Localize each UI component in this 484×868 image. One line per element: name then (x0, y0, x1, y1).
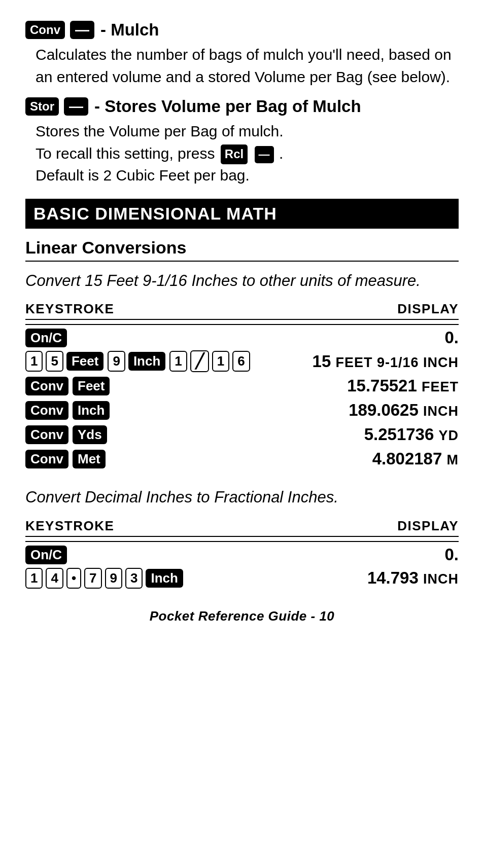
key-6: 6 (232, 351, 250, 372)
ks-right: 0. (444, 545, 459, 564)
key-4: 4 (46, 568, 63, 589)
basic-dimensional-math-banner: Basic Dimensional Math (25, 199, 459, 229)
linear-header-right: Display (397, 301, 459, 317)
fractional-header-left: Keystroke (25, 518, 114, 534)
stor-body2: To recall this setting, press (36, 145, 219, 162)
stor-mulch-heading: Stor — - Stores Volume per Bag of Mulch (25, 97, 459, 116)
linear-ks-header: Keystroke Display (25, 301, 459, 320)
minus-badge: — (70, 21, 94, 39)
fractional-inches-section: Convert Decimal Inches to Fractional Inc… (25, 486, 459, 590)
table-row: Conv Inch 189.0625 Inch (25, 398, 459, 422)
conv-key2: Conv (25, 401, 68, 420)
key-slash: ╱ (190, 350, 209, 372)
fractional-ks-header: Keystroke Display (25, 518, 459, 537)
conv-key4: Conv (25, 450, 68, 468)
key-9b: 9 (105, 568, 122, 589)
table-row: 1 5 Feet 9 Inch 1 ╱ 1 6 15 Feet 9-1/16 I… (25, 349, 459, 374)
stor-mulch-section: Stor — - Stores Volume per Bag of Mulch … (25, 97, 459, 187)
key-feet: Feet (66, 352, 103, 371)
conv-badge: Conv (25, 21, 65, 39)
linear-italic-desc: Convert 15 Feet 9-1/16 Inches to other u… (25, 270, 459, 293)
ks-left: On/C (25, 329, 444, 347)
key-7: 7 (84, 568, 101, 589)
stor-mulch-body: Stores the Volume per Bag of mulch. To r… (36, 120, 459, 187)
ks-right: 0. (444, 328, 459, 347)
rcl-inline-badge: Rcl (221, 144, 248, 164)
ks-right: 4.802187 M (372, 449, 459, 468)
ks-right: 5.251736 YD (364, 425, 459, 444)
stor-minus-badge: — (64, 97, 88, 116)
ks-right: 189.0625 Inch (349, 401, 459, 420)
onc-key: On/C (25, 329, 67, 347)
stor-body3: . (279, 145, 283, 162)
linear-divider (25, 261, 459, 262)
table-row: Conv Met 4.802187 M (25, 447, 459, 471)
fractional-italic-desc: Convert Decimal Inches to Fractional Inc… (25, 486, 459, 509)
ks-left: 1 5 Feet 9 Inch 1 ╱ 1 6 (25, 350, 313, 372)
conv-key: Conv (25, 377, 68, 395)
key-1d: 1 (25, 568, 43, 589)
ks-right: 14.793 Inch (367, 568, 459, 588)
table-row: On/C 0. (25, 324, 459, 349)
stor-body4: Default is 2 Cubic Feet per bag. (36, 167, 250, 184)
ks-right: 15.75521 Feet (347, 376, 459, 395)
table-row: 1 4 • 7 9 3 Inch 14.793 Inch (25, 566, 459, 590)
table-row: Conv Feet 15.75521 Feet (25, 374, 459, 398)
stor-badge: Stor (25, 97, 59, 116)
linear-conversions-title: Linear Conversions (25, 238, 459, 258)
footer: Pocket Reference Guide - 10 (25, 608, 459, 624)
linear-header-left: Keystroke (25, 301, 114, 317)
ks-left: On/C (25, 546, 444, 564)
ks-left: Conv Yds (25, 425, 364, 444)
inch-key2: Inch (146, 569, 183, 588)
key-9: 9 (108, 351, 125, 372)
key-3: 3 (125, 568, 143, 589)
fractional-header-right: Display (397, 518, 459, 534)
key-1a: 1 (25, 351, 43, 372)
ks-left: Conv Inch (25, 401, 349, 420)
table-row: Conv Yds 5.251736 YD (25, 422, 459, 447)
key-1c: 1 (212, 351, 229, 372)
ks-right: 15 Feet 9-1/16 Inch (313, 352, 459, 371)
key-inch: Inch (128, 352, 165, 371)
ks-left: 1 4 • 7 9 3 Inch (25, 568, 367, 589)
inch-key: Inch (73, 401, 110, 420)
conv-key3: Conv (25, 425, 68, 444)
conv-mulch-section: Conv — - Mulch Calculates the number of … (25, 20, 459, 88)
onc-key2: On/C (25, 546, 67, 564)
stor-body1: Stores the Volume per Bag of mulch. (36, 123, 284, 139)
conv-mulch-title: - Mulch (100, 20, 159, 40)
ks-left: Conv Feet (25, 377, 347, 395)
key-5: 5 (46, 351, 63, 372)
equals-inline-badge: — (255, 146, 274, 163)
linear-conversions-section: Linear Conversions Convert 15 Feet 9-1/1… (25, 238, 459, 472)
ks-left: Conv Met (25, 450, 372, 468)
met-key: Met (73, 450, 106, 468)
conv-mulch-body: Calculates the number of bags of mulch y… (36, 44, 459, 88)
conv-mulch-heading: Conv — - Mulch (25, 20, 459, 40)
yds-key: Yds (73, 425, 107, 444)
key-dot: • (66, 568, 81, 589)
table-row: On/C 0. (25, 541, 459, 566)
key-1b: 1 (169, 351, 187, 372)
feet-key: Feet (73, 377, 110, 395)
stor-mulch-title: - Stores Volume per Bag of Mulch (94, 97, 361, 116)
